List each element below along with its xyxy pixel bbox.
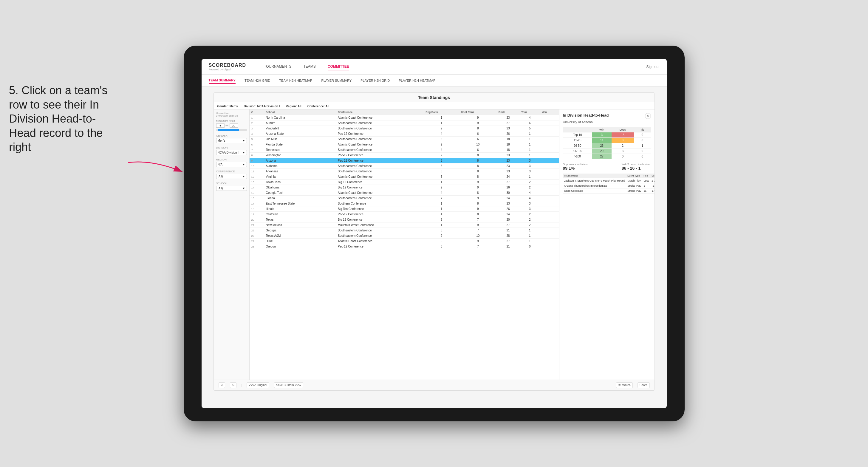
- cell-rank: 15: [250, 190, 264, 196]
- tour-type-2: Stroke Play: [626, 183, 642, 188]
- cell-rank: 3: [250, 126, 264, 131]
- filter-conference: Conference (All) ▼: [216, 170, 247, 179]
- cell-win: [540, 190, 559, 196]
- cell-conference: Big Ten Conference: [336, 206, 424, 212]
- table-header-row: # School Conference Reg Rank Conf Rank R…: [250, 110, 559, 115]
- undo-button[interactable]: ↩: [219, 382, 225, 388]
- nav-link-committee[interactable]: COMMITTEE: [328, 63, 349, 70]
- h2h-row-11-25[interactable]: 11-25 11 8 0: [563, 138, 651, 143]
- cell-reg-rank: 5: [424, 244, 459, 249]
- table-row[interactable]: 10 Alabama Southeastern Conference 5 8 2…: [250, 163, 559, 169]
- h2h-range-26-50: 26-50: [563, 143, 592, 149]
- cell-rnds: 18: [497, 136, 520, 142]
- tournament-row-2[interactable]: Arizona Thunderbirds Intercollegiate Str…: [563, 183, 654, 188]
- conference-select[interactable]: (All) ▼: [216, 174, 247, 179]
- watch-button[interactable]: 👁 Watch: [616, 382, 633, 388]
- cell-school: Duke: [264, 239, 336, 244]
- save-custom-view-button[interactable]: Save Custom View: [274, 382, 303, 388]
- table-row[interactable]: 21 New Mexico Mountain West Conference 1…: [250, 222, 559, 228]
- gender-select[interactable]: Men's ▼: [216, 138, 247, 143]
- cell-school: Virginia: [264, 174, 336, 180]
- cell-conference: Pac-12 Conference: [336, 158, 424, 163]
- table-row[interactable]: 6 Florida State Atlantic Coast Conferenc…: [250, 142, 559, 147]
- subnav-team-h2h-heatmap[interactable]: TEAM H2H HEATMAP: [279, 77, 312, 84]
- cell-rnds: 27: [497, 222, 520, 228]
- table-row[interactable]: 7 Tennessee Southeastern Conference 4 6 …: [250, 147, 559, 153]
- table-row[interactable]: 8 Washington Pac-12 Conference 2 8 23 1: [250, 153, 559, 158]
- cell-conf-rank: 9: [459, 206, 497, 212]
- filter-school: School (All) ▼: [216, 182, 247, 191]
- division-select[interactable]: NCAA Division I ▼: [216, 150, 247, 155]
- cell-school: Tennessee: [264, 147, 336, 153]
- table-row[interactable]: 25 Oregon Pac-12 Conference 5 7 21 0: [250, 244, 559, 249]
- table-row[interactable]: 3 Vanderbilt Southeastern Conference 2 8…: [250, 126, 559, 131]
- table-row[interactable]: 15 Georgia Tech Atlantic Coast Conferenc…: [250, 190, 559, 196]
- table-row[interactable]: 2 Auburn Southeastern Conference 1 9 27 …: [250, 121, 559, 126]
- school-filter-label: School: [216, 182, 247, 185]
- subnav-player-h2h-grid[interactable]: PLAYER H2H GRID: [361, 77, 390, 84]
- table-row[interactable]: 5 Ole Miss Southeastern Conference 3 6 1…: [250, 136, 559, 142]
- nav-link-teams[interactable]: TEAMS: [304, 63, 316, 70]
- cell-reg-rank: 3: [424, 174, 459, 180]
- cell-rnds: 26: [497, 206, 520, 212]
- cell-conf-rank: 8: [459, 174, 497, 180]
- table-row[interactable]: 22 Georgia Southeastern Conference 8 7 2…: [250, 228, 559, 233]
- cell-conference: Southeastern Conference: [336, 228, 424, 233]
- table-row[interactable]: 1 North Carolina Atlantic Coast Conferen…: [250, 115, 559, 121]
- cell-tour: 1: [520, 131, 540, 136]
- min-rounds-input[interactable]: [216, 123, 224, 128]
- cell-school: Texas Tech: [264, 180, 336, 185]
- h2h-row-51-100[interactable]: 51-100 20 3 0: [563, 149, 651, 154]
- cell-win: [540, 174, 559, 180]
- table-row[interactable]: 11 Arkansas Southeastern Conference 6 8 …: [250, 169, 559, 174]
- share-button[interactable]: Share: [638, 382, 650, 388]
- table-row[interactable]: 19 California Pac-12 Conference 4 8 24 2: [250, 212, 559, 217]
- subnav-player-summary[interactable]: PLAYER SUMMARY: [321, 77, 351, 84]
- table-row[interactable]: 14 Oklahoma Big 12 Conference 2 9 26 2: [250, 185, 559, 190]
- tournament-row-1[interactable]: Jackson T. Stephens Cup Men's Match-Play…: [563, 178, 654, 183]
- region-select[interactable]: N/A ▼: [216, 162, 247, 167]
- cell-conference: Southeastern Conference: [336, 196, 424, 201]
- h2h-close-button[interactable]: ×: [645, 113, 651, 119]
- table-row[interactable]: 18 Illinois Big Ten Conference 1 9 26 3: [250, 206, 559, 212]
- view-original-button[interactable]: View: Original: [247, 382, 269, 388]
- sign-out-link[interactable]: | Sign out: [644, 65, 659, 69]
- conference-label: Conference: All: [307, 105, 330, 108]
- cell-reg-rank: 8: [424, 228, 459, 233]
- col-conference: Conference: [336, 110, 424, 115]
- table-row[interactable]: 12 Virginia Atlantic Coast Conference 3 …: [250, 174, 559, 180]
- app-frame: Team Standings Gender: Men's Division: N…: [214, 92, 655, 391]
- school-select[interactable]: (All) ▼: [216, 186, 247, 191]
- table-row[interactable]: 9 Arizona Pac-12 Conference 5 8 23 3: [250, 158, 559, 163]
- tournament-row-3[interactable]: Cabo Collegiate Stroke Play 11 17: [563, 188, 654, 193]
- cell-conference: Big 12 Conference: [336, 185, 424, 190]
- table-row[interactable]: 20 Texas Big 12 Conference 3 7 20 2: [250, 217, 559, 222]
- cell-rank: 16: [250, 196, 264, 201]
- nav-link-tournaments[interactable]: TOURNAMENTS: [264, 63, 291, 70]
- table-row[interactable]: 23 Texas A&M Southeastern Conference 9 1…: [250, 233, 559, 239]
- tour-col-name: Tournament: [563, 174, 626, 178]
- cell-rank: 25: [250, 244, 264, 249]
- subnav-team-summary[interactable]: TEAM SUMMARY: [209, 77, 236, 84]
- cell-tour: 2: [520, 180, 540, 185]
- cell-win: [540, 212, 559, 217]
- h2h-row-26-50[interactable]: 26-50 25 2 1: [563, 143, 651, 149]
- subnav-team-h2h-grid[interactable]: TEAM H2H GRID: [245, 77, 270, 84]
- h2h-row-100plus[interactable]: >100 27 0 0: [563, 154, 651, 159]
- min-rounds-max-input[interactable]: [229, 123, 238, 128]
- bottom-toolbar: ↩ ↪ | View: Original Save Custom View 👁 …: [214, 380, 654, 391]
- table-row[interactable]: 17 East Tennessee State Southern Confere…: [250, 201, 559, 206]
- cell-tour: 3: [520, 158, 540, 163]
- cell-reg-rank: 4: [424, 212, 459, 217]
- table-row[interactable]: 4 Arizona State Pac-12 Conference 4 6 26…: [250, 131, 559, 136]
- cell-tour: 3: [520, 201, 540, 206]
- cell-conference: Southeastern Conference: [336, 121, 424, 126]
- cell-school: Texas: [264, 217, 336, 222]
- h2h-row-top10[interactable]: Top 10 3 13 0: [563, 132, 651, 138]
- table-row[interactable]: 16 Florida Southeastern Conference 7 9 2…: [250, 196, 559, 201]
- table-row[interactable]: 13 Texas Tech Big 12 Conference 1 9 27 2: [250, 180, 559, 185]
- subnav-player-h2h-heatmap[interactable]: PLAYER H2H HEATMAP: [399, 77, 435, 84]
- redo-button[interactable]: ↪: [230, 382, 237, 388]
- table-row[interactable]: 24 Duke Atlantic Coast Conference 5 9 27…: [250, 239, 559, 244]
- cell-rnds: 23: [497, 169, 520, 174]
